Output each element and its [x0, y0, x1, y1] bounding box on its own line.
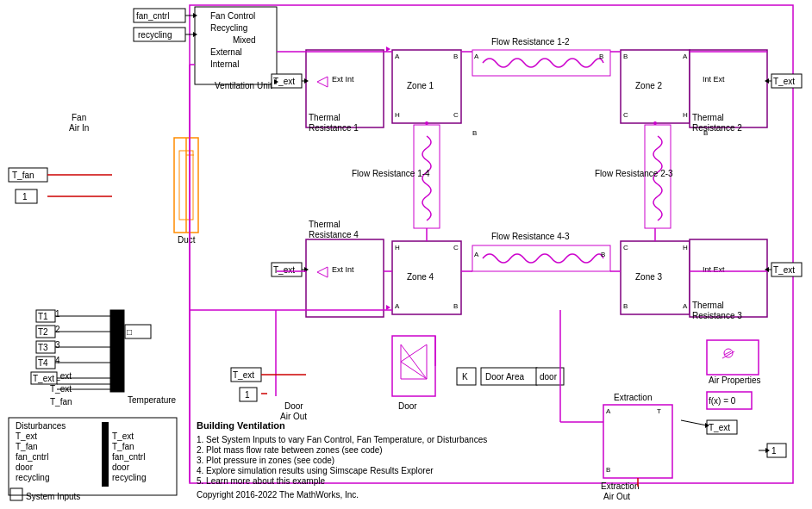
zone4-b: B — [453, 302, 458, 310]
sys-mux — [102, 422, 109, 487]
main-svg: Ventilation Unit Fan Control Recycling M… — [0, 0, 812, 509]
bv-item1: 1. Set System Inputs to vary Fan Control… — [197, 435, 487, 444]
thermal-res-2-label1: Thermal — [692, 113, 724, 122]
flow-43-wave — [483, 254, 603, 263]
flow-14-wave — [422, 136, 431, 220]
t-ext-tr2-label: T_ext — [773, 77, 795, 86]
flow-14-label: Flow Resistance 1-4 — [352, 169, 430, 178]
sys-recycling-in: recycling — [16, 473, 49, 482]
t-ext-extraction-label: T_ext — [709, 423, 730, 432]
door-air-out-label: Door — [284, 401, 303, 411]
extraction-label: Extraction — [614, 393, 652, 402]
zone2-c: C — [623, 111, 628, 119]
sys-t-ext-in: T_ext — [16, 431, 37, 441]
flow-43-label: Flow Resistance 4-3 — [491, 232, 570, 241]
sys-t-fan-out: T_fan — [112, 442, 134, 451]
zone1-label: Zone 1 — [407, 81, 434, 90]
sys-t-ext-out: T_ext — [112, 431, 134, 441]
fan-air-in-label2: Air In — [69, 123, 89, 133]
door-label: Door — [398, 401, 417, 411]
thermal-res-1-label1: Thermal — [309, 113, 340, 122]
thermal-resistance-4-block — [306, 239, 384, 317]
one-label: 1 — [22, 192, 28, 202]
ventilation-unit-label: Ventilation Unit — [215, 81, 272, 90]
arrow-zone1-a — [386, 47, 390, 52]
t-ext-door-label: T_ext — [233, 370, 254, 380]
recycling-label: Recycling — [210, 23, 247, 33]
zone2-h: H — [683, 111, 688, 119]
zone3-label: Zone 3 — [635, 272, 663, 282]
one-door-label: 1 — [245, 390, 250, 400]
sys-t-fan-in: T_fan — [16, 442, 38, 451]
zone1-c: C — [453, 111, 459, 119]
zone3-b: B — [623, 302, 628, 310]
thermal-res-4-label2: Resistance 4 — [309, 230, 359, 239]
mixed-label: Mixed — [233, 35, 256, 45]
t-ext-tr4-label: T_ext — [273, 265, 295, 275]
bv-item3: 3. Plot pressure in zones (see code) — [197, 456, 334, 465]
t-fan-label: T_fan — [12, 171, 34, 180]
fr12-b: B — [599, 53, 603, 60]
air-props-block — [707, 340, 759, 375]
t4-block-label: T4 — [38, 358, 48, 368]
mux-block — [110, 310, 124, 392]
temperature-label: Temperature — [128, 395, 177, 405]
tr3-int-ext: Int Ext — [703, 265, 725, 274]
tr4-ext-int: Ext Int — [332, 265, 354, 274]
zone4-h: H — [395, 244, 400, 251]
flow-12-label: Flow Resistance 1-2 — [491, 37, 570, 47]
zone3-c: C — [623, 244, 628, 251]
thermal-res-2-label2: Resistance 2 — [692, 123, 742, 133]
sys-recycling-out: recycling — [112, 473, 146, 482]
connector-1 — [425, 121, 428, 125]
fan-control-label: Fan Control — [210, 11, 255, 21]
temperature-block-inner: □ — [127, 327, 132, 337]
tr1-ext-int: Ext Int — [332, 75, 354, 84]
thermal-res-3-label2: Resistance 3 — [692, 311, 742, 320]
thermal-res-3-label1: Thermal — [692, 301, 724, 310]
flow-23-wave — [653, 136, 662, 220]
thermal-res-1-label2: Resistance 1 — [309, 123, 359, 133]
flow-resistance-12-block — [472, 50, 610, 76]
zone1-h: H — [395, 111, 400, 119]
ext-b: B — [606, 466, 610, 474]
fan-air-in-label: Fan — [72, 113, 86, 122]
bv-title: Building Ventilation — [197, 420, 285, 431]
sys-fan-cntrl-in: fan_cntrl — [16, 452, 48, 462]
door-area-label: Door Area — [485, 372, 524, 382]
zone4-label: Zone 4 — [407, 272, 434, 282]
bv-item5: 5. Learn more about this example — [197, 476, 325, 486]
fr12-a: A — [474, 53, 479, 60]
sys-fan-cntrl-out: fan_cntrl — [112, 452, 145, 462]
zone1-b-top: B — [453, 53, 458, 60]
flow-23-label: Flow Resistance 2-3 — [595, 169, 673, 178]
ext-t: T — [657, 407, 661, 415]
sys-door-in: door — [16, 462, 34, 472]
t2-block-label: T2 — [38, 327, 48, 337]
external-label: External — [210, 47, 242, 57]
one-extraction-label: 1 — [771, 446, 777, 456]
fr14-b: B — [472, 129, 477, 137]
ext-a: A — [606, 407, 611, 415]
t-fan-in-label: T_fan — [50, 397, 72, 407]
one-extraction-block — [767, 444, 786, 457]
t-ext-tr3-label: T_ext — [773, 265, 795, 275]
air-props-label: Air Properties — [709, 376, 761, 385]
door-block — [392, 336, 435, 396]
zone4-c: C — [453, 244, 459, 251]
sys-door-out: door — [112, 462, 130, 472]
fan-cntrl-label: fan_cntrl — [136, 11, 169, 21]
zone4-a: A — [395, 302, 400, 310]
thermal-res-4-label1: Thermal — [309, 220, 340, 229]
zone2-a-top: A — [683, 53, 688, 60]
connector-2 — [653, 121, 657, 125]
fr23-b: B — [703, 129, 708, 137]
fr43-a: A — [474, 251, 479, 258]
extraction-air-out-label1: Extraction — [601, 481, 639, 491]
zone1-a-top: A — [395, 53, 400, 60]
t-ext-extraction-line — [681, 420, 707, 425]
system-inputs-label: System Inputs — [26, 492, 80, 501]
bv-item2: 2. Plot mass flow rate between zones (se… — [197, 445, 383, 455]
k-label: K — [462, 372, 468, 382]
fx0-label: f(x) = 0 — [709, 396, 736, 406]
